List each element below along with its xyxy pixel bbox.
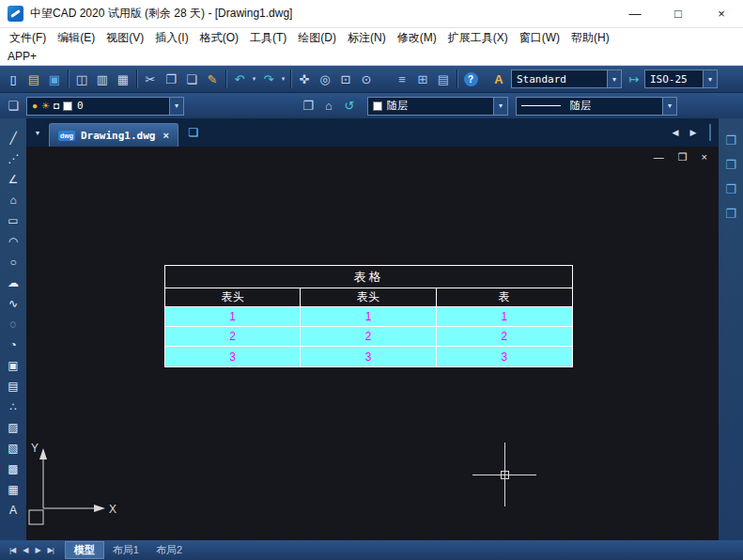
chevron-down-icon[interactable]: ▾ xyxy=(703,70,717,87)
line-tool-icon[interactable]: ╱ xyxy=(2,128,24,148)
linetype-combo[interactable]: 随层 ▾ xyxy=(516,97,677,116)
copy-icon[interactable]: ❐ xyxy=(161,69,181,89)
undo-dropdown-icon[interactable]: ▾ xyxy=(250,69,258,89)
mtext-tool-icon[interactable]: A xyxy=(2,500,24,520)
layer-manager-icon[interactable]: ❏ xyxy=(3,96,23,117)
previous-layout-icon[interactable]: ◀ xyxy=(19,546,31,554)
menu-item[interactable]: 视图(V) xyxy=(101,30,149,46)
menu-item[interactable]: 扩展工具(X) xyxy=(442,30,514,46)
layout-tab[interactable]: 布局2 xyxy=(147,542,191,558)
cad-table[interactable]: 表格 表头表头表 1 1 1 xyxy=(164,265,573,367)
layer-lock-icon[interactable]: ◘ xyxy=(54,101,59,111)
text-style-combo[interactable]: Standard ▾ xyxy=(511,70,622,88)
layout-tab[interactable]: 模型 xyxy=(65,541,104,559)
chevron-down-icon[interactable]: ▾ xyxy=(493,98,507,115)
polyline-tool-icon[interactable]: ∠ xyxy=(2,169,24,189)
close-tab-icon[interactable]: × xyxy=(163,130,168,141)
app-plus-menu[interactable]: APP+ xyxy=(8,50,37,63)
tab-scroll-right-icon[interactable]: ▶ xyxy=(688,124,699,141)
help-icon[interactable]: ? xyxy=(460,69,481,89)
mdi-window-controls: — ❐ × xyxy=(654,151,707,163)
redo-icon[interactable]: ↷ xyxy=(258,69,279,89)
cut-icon[interactable]: ✂ xyxy=(140,69,161,89)
region-tool-icon[interactable]: ▩ xyxy=(2,459,24,478)
paste-icon[interactable]: ❏ xyxy=(181,69,202,89)
hatch-tool-icon[interactable]: ▨ xyxy=(2,417,24,437)
chevron-down-icon[interactable]: ▾ xyxy=(607,70,621,87)
color-combo[interactable]: 随层 ▾ xyxy=(367,97,508,116)
menu-item[interactable]: 帮助(H) xyxy=(565,30,615,46)
zoom-previous-icon[interactable]: ⊙ xyxy=(356,69,377,89)
menu-item[interactable]: 绘图(D) xyxy=(292,30,342,46)
ellipse-tool-icon[interactable]: ◌ xyxy=(2,314,24,334)
properties-palette-icon[interactable]: ≡ xyxy=(392,69,412,89)
dock-panel-icon[interactable]: ❐ xyxy=(722,205,739,222)
redo-dropdown-icon[interactable]: ▾ xyxy=(279,69,287,89)
layer-previous-icon[interactable]: ↺ xyxy=(339,96,360,117)
plot-preview-icon[interactable]: ▥ xyxy=(92,69,113,89)
layer-states-icon[interactable]: ❐ xyxy=(298,96,318,117)
close-button[interactable]: × xyxy=(700,0,743,27)
next-layout-icon[interactable]: ▶ xyxy=(31,546,43,554)
menu-item[interactable]: 插入(I) xyxy=(149,30,193,46)
mdi-close-icon[interactable]: × xyxy=(702,151,707,163)
match-properties-icon[interactable]: ✎ xyxy=(202,69,223,89)
chevron-down-icon[interactable]: ▾ xyxy=(662,98,676,115)
text-style-icon[interactable]: A xyxy=(488,69,509,89)
dim-style-icon[interactable]: ↦ xyxy=(624,69,644,89)
minimize-button[interactable]: — xyxy=(613,0,657,27)
new-file-icon[interactable]: ▯ xyxy=(3,69,23,89)
layout-tab[interactable]: 布局1 xyxy=(104,542,147,558)
maximize-button[interactable]: □ xyxy=(657,0,700,27)
point-tool-icon[interactable]: ∴ xyxy=(2,397,24,416)
polygon-tool-icon[interactable]: ⌂ xyxy=(2,190,24,210)
plot-icon[interactable]: ◫ xyxy=(71,69,92,89)
open-file-icon[interactable]: ▤ xyxy=(23,69,44,89)
menu-item[interactable]: 标注(N) xyxy=(342,30,392,46)
pickbox xyxy=(501,471,509,479)
zoom-realtime-icon[interactable]: ◎ xyxy=(315,69,335,89)
tab-list-dropdown-icon[interactable]: ▼ xyxy=(30,123,45,142)
make-block-tool-icon[interactable]: ▤ xyxy=(2,376,24,396)
mdi-minimize-icon[interactable]: — xyxy=(654,151,664,163)
arc-tool-icon[interactable]: ◠ xyxy=(2,231,24,251)
drawing-canvas[interactable]: — ❐ × 表格 表头表头表 1 1 xyxy=(26,147,719,540)
new-tab-icon[interactable]: ❏ xyxy=(184,123,203,142)
make-layer-current-icon[interactable]: ⌂ xyxy=(318,96,339,117)
menu-item[interactable]: 文件(F) xyxy=(4,30,52,46)
tab-scroll-left-icon[interactable]: ◀ xyxy=(670,124,681,141)
menu-item[interactable]: 编辑(E) xyxy=(52,30,101,46)
design-center-icon[interactable]: ⊞ xyxy=(412,69,433,89)
layer-on-icon[interactable]: ● xyxy=(32,101,38,111)
menu-item[interactable]: 工具(T) xyxy=(244,30,292,46)
menu-item[interactable]: 格式(O) xyxy=(194,30,244,46)
rectangle-tool-icon[interactable]: ▭ xyxy=(2,210,24,230)
menu-item[interactable]: 修改(M) xyxy=(392,30,442,46)
layer-freeze-icon[interactable]: ☀ xyxy=(41,101,50,111)
zoom-window-icon[interactable]: ⊡ xyxy=(335,69,356,89)
ellipse-arc-tool-icon[interactable]: ◔ xyxy=(2,334,24,354)
spline-tool-icon[interactable]: ∿ xyxy=(2,293,24,313)
dock-panel-icon[interactable]: ❐ xyxy=(722,156,739,173)
publish-icon[interactable]: ▦ xyxy=(113,69,133,89)
dock-panel-icon[interactable]: ❐ xyxy=(722,180,739,197)
last-layout-icon[interactable]: ▶| xyxy=(44,546,57,554)
insert-block-tool-icon[interactable]: ▣ xyxy=(2,355,24,375)
construction-line-tool-icon[interactable]: ⋰ xyxy=(2,148,24,168)
tool-palettes-icon[interactable]: ▤ xyxy=(433,69,454,89)
circle-tool-icon[interactable]: ○ xyxy=(2,252,24,272)
dock-panel-icon[interactable]: ❐ xyxy=(722,132,739,148)
gradient-tool-icon[interactable]: ▧ xyxy=(2,438,24,458)
undo-icon[interactable]: ↶ xyxy=(229,69,250,89)
mdi-restore-icon[interactable]: ❐ xyxy=(678,151,688,163)
menu-item[interactable]: 窗口(W) xyxy=(514,30,565,46)
dim-style-combo[interactable]: ISO-25 ▾ xyxy=(644,70,718,88)
revision-cloud-tool-icon[interactable]: ☁ xyxy=(2,272,24,292)
chevron-down-icon[interactable]: ▾ xyxy=(169,98,183,115)
save-icon[interactable]: ▣ xyxy=(44,69,65,89)
first-layout-icon[interactable]: |◀ xyxy=(6,546,19,554)
table-tool-icon[interactable]: ▦ xyxy=(2,479,24,499)
pan-icon[interactable]: ✜ xyxy=(294,69,315,89)
document-tab[interactable]: dwg Drawing1.dwg × xyxy=(49,123,178,147)
layer-combo[interactable]: ● ☀ ◘ 0 ▾ xyxy=(26,97,184,116)
